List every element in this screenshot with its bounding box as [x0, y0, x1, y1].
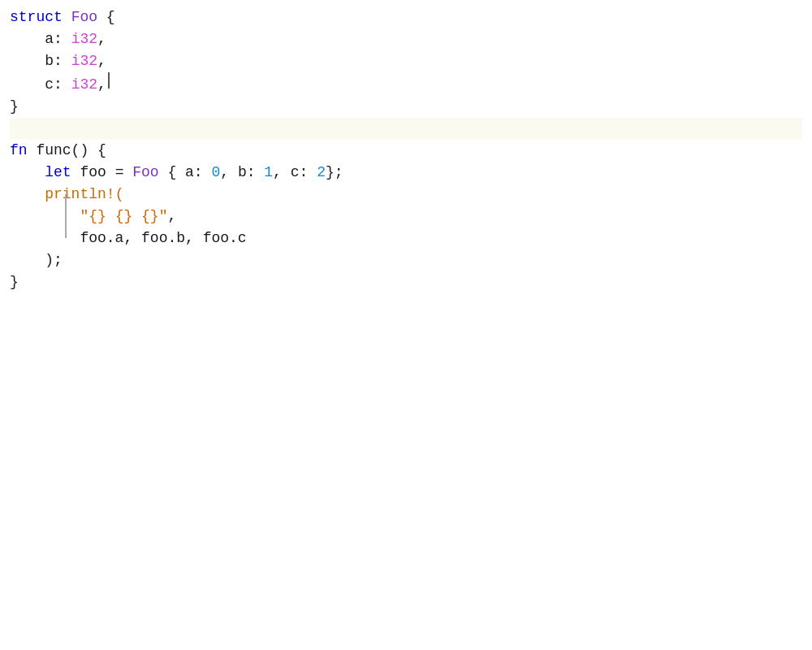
- line-field-a: a: i32,: [10, 28, 802, 50]
- code-block: struct Foo { a: i32, b: i32, c: i32, } f…: [0, 6, 812, 293]
- type-i32-c: i32: [71, 74, 97, 96]
- line-println-open: println!(: [10, 184, 802, 206]
- code-editor[interactable]: struct Foo { a: i32, b: i32, c: i32, } f…: [0, 0, 812, 650]
- line-let: let foo = Foo { a: 0, b: 1, c: 2};: [10, 162, 802, 184]
- type-i32-b: i32: [71, 50, 97, 72]
- line-println-close: );: [10, 249, 802, 271]
- number-2: 2: [317, 162, 326, 184]
- number-0: 0: [211, 162, 220, 184]
- keyword-struct: struct: [10, 6, 63, 28]
- keyword-let: let: [45, 162, 71, 184]
- number-1: 1: [264, 162, 273, 184]
- format-string: "{} {} {}": [80, 206, 167, 228]
- line-fn-close: }: [10, 271, 802, 293]
- macro-println: println!(: [45, 184, 123, 206]
- type-i32-a: i32: [71, 28, 97, 50]
- text-cursor: [108, 72, 110, 89]
- line-struct: struct Foo {: [10, 6, 802, 28]
- type-foo: Foo: [71, 6, 97, 28]
- line-format-string: "{} {} {}",: [10, 206, 802, 228]
- println-bar: [65, 194, 68, 238]
- line-fn: fn func() {: [10, 140, 802, 162]
- line-field-b: b: i32,: [10, 50, 802, 72]
- keyword-fn: fn: [10, 140, 28, 162]
- line-field-c: c: i32,: [10, 72, 802, 96]
- line-struct-close: }: [10, 96, 802, 118]
- line-args: foo.a, foo.b, foo.c: [10, 228, 802, 249]
- line-blank: [10, 118, 802, 140]
- type-foo-instance: Foo: [132, 162, 158, 184]
